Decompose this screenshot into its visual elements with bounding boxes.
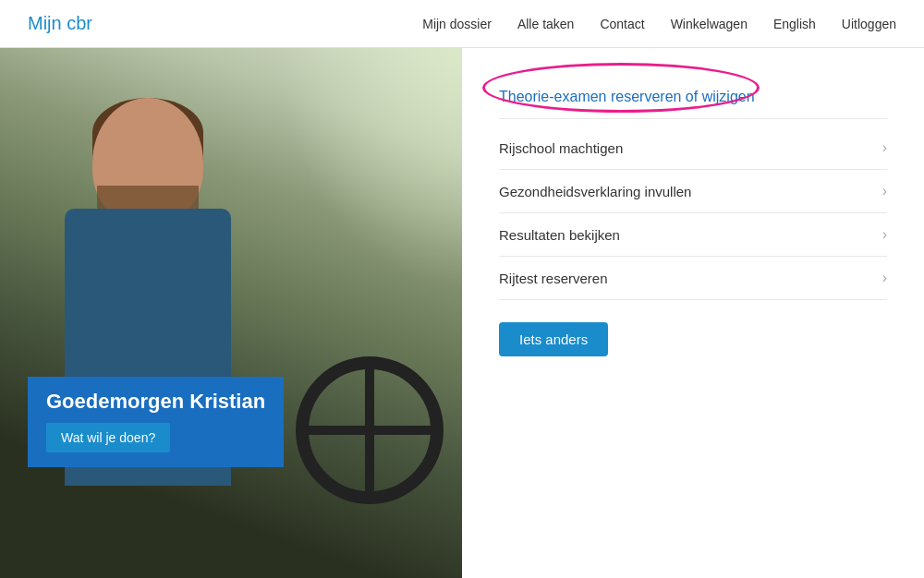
chevron-icon-rijtest: › [882,270,887,286]
nav-english[interactable]: English [773,17,816,31]
nav-contact[interactable]: Contact [600,17,644,31]
logo[interactable]: Mijn cbr [28,13,92,34]
chevron-icon-gezondheid: › [882,183,887,199]
steering-spoke-vertical [365,369,374,491]
menu-label-rijschool: Rijschool machtigen [499,140,623,156]
chevron-icon-rijschool: › [882,139,887,156]
person-silhouette [18,98,277,578]
header: Mijn cbr Mijn dossier Alle taken Contact… [0,0,924,48]
greeting-box: Goedemorgen Kristian Wat wil je doen? [28,377,284,467]
greeting-text: Goedemorgen Kristian [46,390,265,414]
menu-item-rijschool[interactable]: Rijschool machtigen › [499,126,887,170]
window-light [277,48,462,288]
hero-image [0,48,462,578]
action-panel: Theorie-examen reserveren of wijzigen Ri… [462,48,924,578]
hero-panel: Goedemorgen Kristian Wat wil je doen? [0,48,462,578]
menu-label-resultaten: Resultaten bekijken [499,227,620,243]
menu-label-gezondheid: Gezondheidsverklaring invullen [499,184,691,199]
menu-label-theorie: Theorie-examen reserveren of wijzigen [499,89,755,105]
iets-anders-button[interactable]: Iets anders [499,322,608,356]
chevron-icon-resultaten: › [882,226,887,243]
nav-mijn-dossier[interactable]: Mijn dossier [422,17,492,31]
hero-overlay: Goedemorgen Kristian Wat wil je doen? [28,377,284,467]
wat-wil-je-doen-button[interactable]: Wat wil je doen? [46,423,170,452]
menu-item-gezondheid[interactable]: Gezondheidsverklaring invullen › [499,170,887,213]
menu-item-theorie[interactable]: Theorie-examen reserveren of wijzigen [499,76,887,119]
main-nav: Mijn dossier Alle taken Contact Winkelwa… [422,17,896,31]
main-content: Goedemorgen Kristian Wat wil je doen? Th… [0,48,924,578]
nav-uitloggen[interactable]: Uitloggen [842,17,896,31]
nav-winkelwagen[interactable]: Winkelwagen [671,17,748,31]
nav-alle-taken[interactable]: Alle taken [517,17,574,31]
menu-item-rijtest[interactable]: Rijtest reserveren › [499,257,887,300]
highlight-item: Theorie-examen reserveren of wijzigen [499,76,887,119]
menu-label-rijtest: Rijtest reserveren [499,271,608,286]
steering-wheel [296,356,444,504]
menu-item-resultaten[interactable]: Resultaten bekijken › [499,213,887,257]
